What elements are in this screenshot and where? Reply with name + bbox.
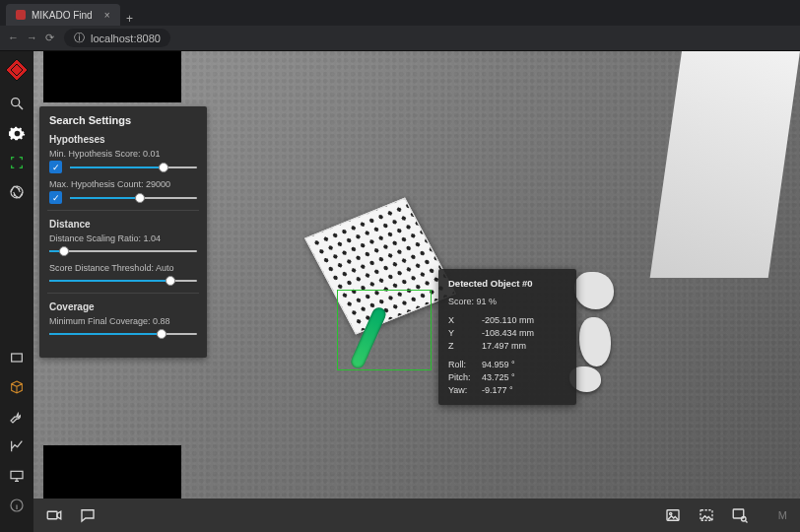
scene-part	[574, 272, 614, 309]
browser-tab[interactable]: MIKADO Find ×	[6, 4, 120, 26]
focus-brackets-icon[interactable]	[8, 154, 26, 171]
pose-label-x: X	[448, 314, 482, 327]
address-bar[interactable]: ⓘ localhost:8080	[64, 29, 170, 47]
distance-heading: Distance	[49, 219, 197, 230]
svg-rect-3	[12, 354, 23, 362]
site-info-icon[interactable]: ⓘ	[74, 31, 85, 45]
viewport-letterbox-bottom	[43, 445, 181, 499]
panel-divider	[47, 293, 199, 294]
pose-value-y: -108.434 mm	[482, 327, 534, 340]
image-search-icon[interactable]	[731, 506, 749, 524]
min-final-coverage-label: Minimum Final Coverage: 0.88	[49, 316, 197, 326]
min-hypothesis-score-checkbox[interactable]: ✓	[49, 161, 62, 173]
pose-value-roll: 94.959 °	[482, 359, 515, 371]
app-shell: Search Settings Hypotheses Min. Hypothes…	[0, 51, 800, 532]
score-distance-threshold-slider[interactable]	[49, 275, 197, 287]
nav-forward-icon[interactable]: →	[27, 32, 37, 44]
pose-label-pitch: Pitch:	[448, 371, 482, 384]
browser-toolbar: ← → ⟳ ⓘ localhost:8080	[0, 26, 800, 51]
svg-rect-4	[11, 471, 23, 478]
detected-object-title: Detected Object #0	[448, 277, 567, 291]
panel-title: Search Settings	[49, 114, 197, 126]
brand-fragment: M	[778, 509, 788, 521]
url-text: localhost:8080	[91, 33, 161, 44]
tab-title: MIKADO Find	[32, 10, 93, 21]
search-settings-panel: Search Settings Hypotheses Min. Hypothes…	[39, 106, 207, 358]
detected-object-score: Score: 91 %	[448, 296, 567, 308]
panel-divider	[47, 210, 199, 211]
svg-point-0	[12, 99, 20, 106]
camera-icon[interactable]	[45, 506, 63, 524]
pose-value-yaw: -9.177 °	[482, 384, 513, 397]
bottom-toolbar: M	[33, 499, 800, 532]
svg-point-11	[741, 517, 746, 522]
nav-back-icon[interactable]: ←	[8, 32, 19, 44]
pose-value-z: 17.497 mm	[482, 340, 526, 353]
viewport-letterbox-top	[43, 51, 181, 102]
pose-label-yaw: Yaw:	[448, 384, 482, 397]
aperture-icon[interactable]	[8, 183, 26, 201]
app-logo[interactable]	[4, 57, 30, 83]
pose-label-y: Y	[448, 327, 482, 340]
nav-reload-icon[interactable]: ⟳	[45, 32, 54, 44]
tab-close-icon[interactable]: ×	[104, 10, 110, 21]
max-hypothesis-count-slider[interactable]	[70, 192, 197, 204]
svg-line-1	[19, 105, 23, 109]
svg-point-8	[669, 512, 671, 514]
camera-viewport[interactable]: Search Settings Hypotheses Min. Hypothes…	[33, 51, 800, 499]
image-dashed-icon[interactable]	[698, 506, 715, 524]
coverage-heading: Coverage	[49, 301, 197, 312]
hypotheses-heading: Hypotheses	[49, 134, 197, 145]
new-tab-button[interactable]: +	[120, 12, 140, 26]
monitor-icon[interactable]	[8, 467, 26, 485]
score-distance-threshold-label: Score Distance Threshold: Auto	[49, 263, 197, 273]
min-hypothesis-score-label: Min. Hypothesis Score: 0.01	[49, 149, 197, 159]
scene-part	[579, 317, 611, 366]
svg-rect-6	[47, 511, 57, 519]
image-icon[interactable]	[664, 506, 682, 524]
browser-tabstrip: MIKADO Find × +	[0, 0, 800, 26]
cube-icon[interactable]	[8, 378, 26, 396]
pose-value-pitch: 43.725 °	[482, 371, 515, 384]
wrench-icon[interactable]	[8, 408, 26, 426]
distance-scaling-slider[interactable]	[49, 245, 197, 257]
pose-value-x: -205.110 mm	[482, 314, 534, 327]
detected-object-overlay: Detected Object #0 Score: 91 % X-205.110…	[438, 269, 576, 405]
search-icon[interactable]	[8, 95, 26, 112]
chat-icon[interactable]	[79, 506, 97, 524]
max-hypothesis-count-checkbox[interactable]: ✓	[49, 191, 62, 204]
tool-rail	[0, 51, 33, 532]
stats-icon[interactable]	[8, 437, 26, 455]
container-icon[interactable]	[8, 349, 26, 366]
info-icon[interactable]	[8, 497, 26, 514]
tab-favicon	[16, 10, 26, 20]
pose-label-z: Z	[448, 340, 482, 353]
min-final-coverage-slider[interactable]	[49, 328, 197, 340]
max-hypothesis-count-label: Max. Hypothesis Count: 29000	[49, 179, 197, 189]
min-hypothesis-score-slider[interactable]	[70, 162, 197, 173]
pose-label-roll: Roll:	[448, 359, 482, 371]
distance-scaling-label: Distance Scaling Ratio: 1.04	[49, 233, 197, 243]
gear-icon[interactable]	[8, 124, 26, 142]
